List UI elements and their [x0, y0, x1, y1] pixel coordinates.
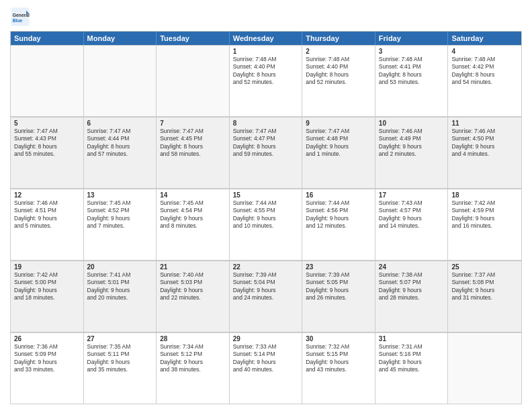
- calendar-cell: 31Sunrise: 7:31 AM Sunset: 5:16 PM Dayli…: [375, 332, 449, 404]
- calendar-cell: 30Sunrise: 7:32 AM Sunset: 5:15 PM Dayli…: [302, 332, 375, 404]
- cell-content: Sunrise: 7:39 AM Sunset: 5:05 PM Dayligh…: [306, 271, 371, 302]
- day-number: 17: [379, 191, 445, 199]
- day-number: 11: [451, 120, 518, 127]
- day-number: 29: [233, 335, 299, 342]
- cell-content: Sunrise: 7:45 AM Sunset: 4:54 PM Dayligh…: [160, 199, 226, 230]
- calendar-cell: 9Sunrise: 7:47 AM Sunset: 4:48 PM Daylig…: [302, 117, 375, 188]
- day-number: 25: [451, 263, 518, 271]
- calendar-cell: 2Sunrise: 7:48 AM Sunset: 4:40 PM Daylig…: [302, 45, 375, 116]
- calendar-cell: 22Sunrise: 7:39 AM Sunset: 5:04 PM Dayli…: [230, 261, 303, 332]
- calendar-header: SundayMondayTuesdayWednesdayThursdayFrid…: [11, 32, 521, 45]
- day-number: 22: [233, 263, 299, 271]
- day-number: 23: [306, 263, 371, 271]
- cell-content: Sunrise: 7:42 AM Sunset: 5:00 PM Dayligh…: [14, 271, 80, 302]
- cell-content: Sunrise: 7:31 AM Sunset: 5:16 PM Dayligh…: [379, 343, 445, 374]
- header-day-saturday: Saturday: [448, 32, 521, 45]
- calendar-cell: 4Sunrise: 7:48 AM Sunset: 4:42 PM Daylig…: [448, 45, 521, 116]
- logo-icon: General Blue: [10, 7, 30, 27]
- calendar-cell: 13Sunrise: 7:45 AM Sunset: 4:52 PM Dayli…: [84, 189, 157, 260]
- day-number: 20: [87, 263, 153, 271]
- cell-content: Sunrise: 7:34 AM Sunset: 5:12 PM Dayligh…: [160, 343, 226, 374]
- header-day-sunday: Sunday: [11, 32, 84, 45]
- calendar-cell: 11Sunrise: 7:46 AM Sunset: 4:50 PM Dayli…: [448, 117, 521, 188]
- calendar-row-3: 12Sunrise: 7:46 AM Sunset: 4:51 PM Dayli…: [11, 189, 521, 261]
- calendar-row-4: 19Sunrise: 7:42 AM Sunset: 5:00 PM Dayli…: [11, 261, 521, 332]
- cell-content: Sunrise: 7:39 AM Sunset: 5:04 PM Dayligh…: [233, 271, 299, 302]
- cell-content: Sunrise: 7:41 AM Sunset: 5:01 PM Dayligh…: [87, 271, 153, 302]
- cell-content: Sunrise: 7:47 AM Sunset: 4:43 PM Dayligh…: [14, 128, 80, 158]
- calendar-cell: 7Sunrise: 7:47 AM Sunset: 4:45 PM Daylig…: [157, 117, 230, 188]
- header-day-thursday: Thursday: [302, 32, 375, 45]
- calendar-cell: [84, 45, 157, 116]
- cell-content: Sunrise: 7:32 AM Sunset: 5:15 PM Dayligh…: [306, 343, 371, 374]
- day-number: 15: [233, 191, 299, 199]
- calendar-row-1: 1Sunrise: 7:48 AM Sunset: 4:40 PM Daylig…: [11, 45, 521, 117]
- header-day-friday: Friday: [375, 32, 449, 45]
- cell-content: Sunrise: 7:40 AM Sunset: 5:03 PM Dayligh…: [160, 271, 226, 302]
- calendar-cell: 27Sunrise: 7:35 AM Sunset: 5:11 PM Dayli…: [84, 332, 157, 404]
- day-number: 10: [379, 120, 445, 127]
- logo: General Blue: [10, 7, 30, 27]
- svg-text:Blue: Blue: [13, 18, 23, 23]
- cell-content: Sunrise: 7:38 AM Sunset: 5:07 PM Dayligh…: [379, 271, 445, 302]
- day-number: 2: [306, 48, 371, 55]
- calendar-cell: 24Sunrise: 7:38 AM Sunset: 5:07 PM Dayli…: [375, 261, 449, 332]
- calendar-cell: 19Sunrise: 7:42 AM Sunset: 5:00 PM Dayli…: [11, 261, 84, 332]
- header-day-wednesday: Wednesday: [230, 32, 303, 45]
- calendar: SundayMondayTuesdayWednesdayThursdayFrid…: [10, 31, 522, 404]
- day-number: 7: [160, 120, 226, 127]
- day-number: 14: [160, 191, 226, 199]
- day-number: 3: [379, 48, 445, 55]
- calendar-cell: 21Sunrise: 7:40 AM Sunset: 5:03 PM Dayli…: [157, 261, 230, 332]
- day-number: 19: [14, 263, 80, 271]
- calendar-cell: 23Sunrise: 7:39 AM Sunset: 5:05 PM Dayli…: [302, 261, 375, 332]
- cell-content: Sunrise: 7:37 AM Sunset: 5:08 PM Dayligh…: [451, 271, 518, 302]
- day-number: 31: [379, 335, 445, 342]
- cell-content: Sunrise: 7:47 AM Sunset: 4:48 PM Dayligh…: [306, 128, 371, 158]
- cell-content: Sunrise: 7:44 AM Sunset: 4:56 PM Dayligh…: [306, 199, 371, 230]
- calendar-cell: 17Sunrise: 7:43 AM Sunset: 4:57 PM Dayli…: [375, 189, 449, 260]
- calendar-cell: 6Sunrise: 7:47 AM Sunset: 4:44 PM Daylig…: [84, 117, 157, 188]
- cell-content: Sunrise: 7:42 AM Sunset: 4:59 PM Dayligh…: [451, 199, 518, 230]
- calendar-cell: 1Sunrise: 7:48 AM Sunset: 4:40 PM Daylig…: [230, 45, 303, 116]
- calendar-cell: 8Sunrise: 7:47 AM Sunset: 4:47 PM Daylig…: [230, 117, 303, 188]
- day-number: 30: [306, 335, 371, 342]
- day-number: 27: [87, 335, 153, 342]
- day-number: 18: [451, 191, 518, 199]
- cell-content: Sunrise: 7:48 AM Sunset: 4:41 PM Dayligh…: [379, 56, 445, 87]
- cell-content: Sunrise: 7:33 AM Sunset: 5:14 PM Dayligh…: [233, 343, 299, 374]
- cell-content: Sunrise: 7:35 AM Sunset: 5:11 PM Dayligh…: [87, 343, 153, 374]
- day-number: 1: [233, 48, 299, 55]
- calendar-cell: 5Sunrise: 7:47 AM Sunset: 4:43 PM Daylig…: [11, 117, 84, 188]
- day-number: 9: [306, 120, 371, 127]
- cell-content: Sunrise: 7:36 AM Sunset: 5:09 PM Dayligh…: [14, 343, 80, 374]
- calendar-row-2: 5Sunrise: 7:47 AM Sunset: 4:43 PM Daylig…: [11, 117, 521, 189]
- calendar-cell: 29Sunrise: 7:33 AM Sunset: 5:14 PM Dayli…: [230, 332, 303, 404]
- calendar-cell: [448, 332, 521, 404]
- cell-content: Sunrise: 7:47 AM Sunset: 4:45 PM Dayligh…: [160, 128, 226, 158]
- cell-content: Sunrise: 7:47 AM Sunset: 4:44 PM Dayligh…: [87, 128, 153, 158]
- cell-content: Sunrise: 7:48 AM Sunset: 4:40 PM Dayligh…: [306, 56, 371, 87]
- calendar-cell: 25Sunrise: 7:37 AM Sunset: 5:08 PM Dayli…: [448, 261, 521, 332]
- cell-content: Sunrise: 7:46 AM Sunset: 4:51 PM Dayligh…: [14, 199, 80, 230]
- calendar-cell: 26Sunrise: 7:36 AM Sunset: 5:09 PM Dayli…: [11, 332, 84, 404]
- calendar-body: 1Sunrise: 7:48 AM Sunset: 4:40 PM Daylig…: [11, 45, 521, 404]
- day-number: 28: [160, 335, 226, 342]
- cell-content: Sunrise: 7:46 AM Sunset: 4:49 PM Dayligh…: [379, 128, 445, 158]
- day-number: 5: [14, 120, 80, 127]
- header: General Blue: [10, 7, 522, 27]
- day-number: 16: [306, 191, 371, 199]
- day-number: 21: [160, 263, 226, 271]
- day-number: 4: [451, 48, 518, 55]
- cell-content: Sunrise: 7:48 AM Sunset: 4:40 PM Dayligh…: [233, 56, 299, 87]
- day-number: 12: [14, 191, 80, 199]
- day-number: 24: [379, 263, 445, 271]
- calendar-cell: 10Sunrise: 7:46 AM Sunset: 4:49 PM Dayli…: [375, 117, 449, 188]
- header-day-tuesday: Tuesday: [157, 32, 230, 45]
- calendar-cell: [157, 45, 230, 116]
- page: General Blue SundayMondayTuesdayWednesda…: [0, 0, 532, 411]
- cell-content: Sunrise: 7:48 AM Sunset: 4:42 PM Dayligh…: [451, 56, 518, 87]
- calendar-cell: [11, 45, 84, 116]
- calendar-cell: 16Sunrise: 7:44 AM Sunset: 4:56 PM Dayli…: [302, 189, 375, 260]
- calendar-cell: 3Sunrise: 7:48 AM Sunset: 4:41 PM Daylig…: [375, 45, 449, 116]
